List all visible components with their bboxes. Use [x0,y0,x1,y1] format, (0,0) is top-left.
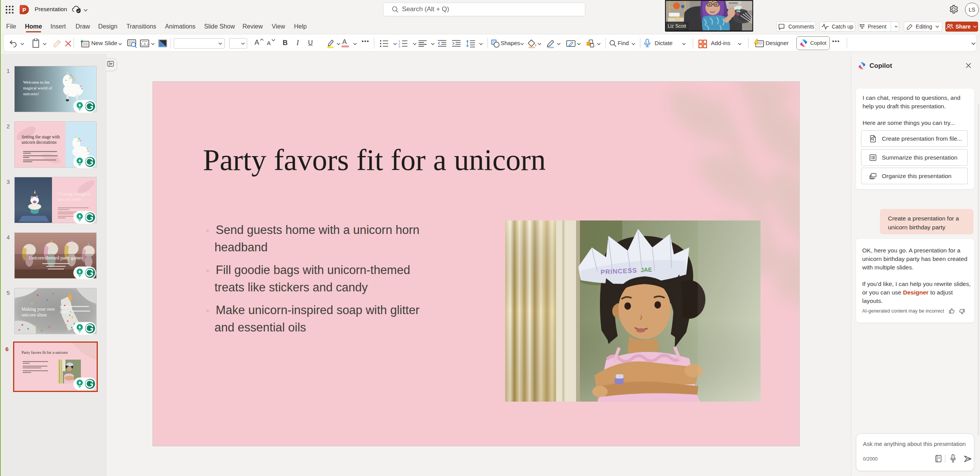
svg-text:Welcome to the: Welcome to the [23,80,50,84]
svg-text:unicorns!: unicorns! [23,91,39,96]
svg-text:onome: onome [729,1,738,5]
svg-text:Creating a magical: Creating a magical [57,192,90,197]
svg-text:unicorn menu: unicorn menu [57,197,82,202]
svg-text:Making your own: Making your own [22,306,55,312]
svg-text:3: 3 [399,45,400,47]
svg-text:unicorn slime: unicorn slime [22,312,47,318]
svg-text:Party favors fit for a unicorn: Party favors fit for a unicorn [22,350,68,355]
svg-text:unicorn decorations: unicorn decorations [22,140,57,145]
svg-text:magical world of: magical world of [23,86,52,90]
svg-text:Unicorn-themed party games: Unicorn-themed party games [29,255,83,261]
svg-text:Setting the stage with: Setting the stage with [22,135,60,140]
svg-text:Liz Scott: Liz Scott [668,24,686,29]
svg-text:JAE: JAE [640,266,652,273]
svg-text:P: P [22,7,26,13]
